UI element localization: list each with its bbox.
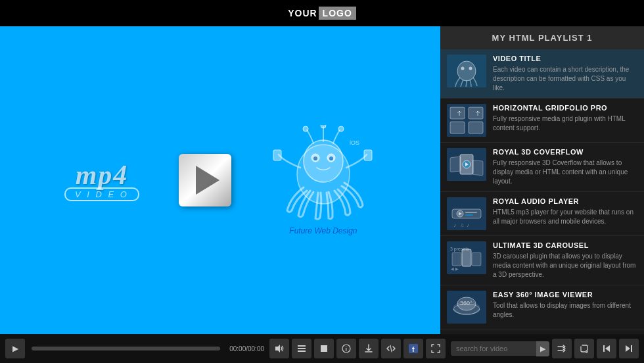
svg-text:♫: ♫ — [460, 222, 464, 228]
playlist-item-title: EASY 360° IMAGE VIEWER — [493, 291, 637, 299]
embed-icon — [386, 344, 396, 353]
playlist-icon — [297, 344, 306, 353]
svg-text:♪: ♪ — [453, 222, 456, 228]
playlist-thumbnail — [447, 55, 486, 87]
playlist-info: ULTIMATE 3D CAROUSEL3D carousel plugin t… — [493, 241, 637, 279]
svg-marker-56 — [605, 345, 610, 352]
logo-box: LOGO — [319, 7, 356, 20]
svg-point-15 — [469, 67, 472, 70]
time-display: 00:00/00:00 — [229, 345, 264, 352]
svg-rect-7 — [364, 150, 372, 160]
next-icon — [624, 344, 633, 353]
svg-rect-26 — [472, 160, 483, 175]
repeat-button[interactable] — [574, 339, 594, 358]
prev-button[interactable] — [597, 339, 616, 358]
svg-point-5 — [329, 157, 333, 160]
playlist-item-description: HTML5 mp3 player for your website that r… — [493, 208, 637, 226]
svg-text:◀ ▶: ◀ ▶ — [451, 267, 459, 271]
playlist-item[interactable]: 3 presets ◀ ▶ULTIMATE 3D CAROUSEL3D caro… — [440, 236, 644, 285]
fullscreen-icon — [431, 344, 440, 353]
playlist-item-description: Tool that allows to display images from … — [493, 301, 637, 320]
svg-rect-25 — [450, 157, 461, 172]
svg-text:i: i — [346, 346, 348, 352]
octopus-area: iOS Future Web Design — [271, 125, 376, 235]
playlist-thumbnail: 3 presets ◀ ▶ — [447, 241, 486, 274]
playlist-sidebar: MY HTML PLAYLIST 1 VIDEO TITLEEach video… — [440, 26, 644, 334]
mp4-logo: mp4 V I D E O — [64, 159, 139, 201]
video-area: mp4 V I D E O — [0, 26, 440, 334]
svg-marker-58 — [626, 345, 630, 352]
svg-text:iOS: iOS — [350, 139, 359, 146]
video-content: mp4 V I D E O — [0, 125, 440, 235]
search-input[interactable] — [451, 341, 536, 356]
svg-rect-6 — [273, 150, 281, 160]
next-button[interactable] — [619, 339, 639, 358]
playlist-item[interactable]: ♪ ♫ ♪ROYAL AUDIO PLAYERHTML5 mp3 player … — [440, 192, 644, 236]
playlist-item[interactable]: ROYAL 3D COVERFLOWFully responsive 3D Co… — [440, 143, 644, 192]
svg-text:360°: 360° — [460, 300, 472, 306]
playlist-info: VIDEO TITLEEach video can contain a shor… — [493, 55, 637, 93]
playlist-items[interactable]: VIDEO TITLEEach video can contain a shor… — [440, 49, 644, 334]
svg-rect-41 — [462, 249, 471, 266]
playlist-button[interactable] — [292, 339, 311, 358]
video-label: V I D E O — [64, 187, 139, 201]
playlist-item-title: VIDEO TITLE — [493, 55, 637, 62]
playlist-item[interactable]: HORIZONTAL GRIDFOLIO PROFully responsive… — [440, 99, 644, 143]
main-area: mp4 V I D E O — [0, 26, 644, 334]
play-button-large[interactable] — [179, 154, 231, 206]
playlist-info: ROYAL AUDIO PLAYERHTML5 mp3 player for y… — [493, 197, 637, 226]
playlist-item-description: Each video can contain a short descripti… — [493, 65, 637, 93]
svg-rect-59 — [631, 345, 632, 352]
svg-rect-52 — [321, 345, 327, 352]
play-pause-button[interactable]: ▶ — [5, 339, 25, 358]
progress-bar[interactable] — [32, 347, 220, 351]
volume-icon — [275, 344, 284, 353]
playlist-info: ROYAL 3D COVERFLOWFully responsive 3D Co… — [493, 148, 637, 186]
facebook-button[interactable] — [403, 339, 423, 358]
playlist-item[interactable]: 360°EASY 360° IMAGE VIEWERTool that allo… — [440, 285, 644, 329]
logo-your: YOUR — [288, 8, 317, 18]
playlist-info: EASY 360° IMAGE VIEWERTool that allows t… — [493, 291, 637, 320]
fullscreen-button[interactable] — [426, 339, 446, 358]
svg-rect-42 — [472, 253, 481, 266]
playlist-thumbnail — [447, 104, 486, 137]
svg-marker-48 — [275, 345, 280, 352]
playlist-header: MY HTML PLAYLIST 1 — [440, 26, 644, 49]
volume-button[interactable] — [269, 339, 289, 358]
playlist-item-title: ROYAL AUDIO PLAYER — [493, 197, 637, 205]
search-button[interactable]: ▶ — [536, 341, 549, 356]
playlist-thumbnail: ♪ ♫ ♪ — [447, 197, 486, 230]
playlist-item[interactable]: VIDEO TITLEEach video can contain a shor… — [440, 49, 644, 99]
facebook-icon — [409, 344, 418, 353]
svg-rect-51 — [298, 351, 306, 352]
svg-point-10 — [338, 126, 344, 132]
download-button[interactable] — [359, 339, 379, 358]
info-button[interactable]: i — [336, 339, 356, 358]
bottom-controls: ▶ 00:00/00:00 i — [0, 334, 644, 363]
svg-rect-40 — [452, 253, 461, 266]
svg-point-4 — [313, 157, 317, 160]
playlist-thumbnail — [447, 148, 486, 181]
svg-rect-57 — [603, 345, 605, 352]
download-icon — [364, 344, 373, 353]
playlist-item-description: Fully responsive media grid plugin with … — [493, 114, 637, 133]
search-area: ▶ — [451, 341, 549, 356]
svg-rect-34 — [465, 214, 473, 216]
playlist-item-title: ULTIMATE 3D CAROUSEL — [493, 241, 637, 249]
repeat-icon — [580, 344, 589, 353]
svg-point-14 — [461, 67, 465, 70]
svg-point-8 — [303, 126, 308, 132]
playlist-info: HORIZONTAL GRIDFOLIO PROFully responsive… — [493, 104, 637, 133]
stop-icon — [319, 344, 329, 353]
playlist-item-description: Fully responsive 3D Coverflow that allow… — [493, 158, 637, 186]
svg-rect-20 — [469, 122, 483, 133]
info-icon: i — [342, 344, 351, 353]
svg-rect-50 — [298, 348, 306, 349]
svg-point-9 — [321, 125, 326, 128]
shuffle-button[interactable] — [552, 339, 572, 358]
svg-rect-49 — [298, 345, 306, 347]
embed-button[interactable] — [381, 339, 401, 358]
octopus-illustration: iOS — [271, 125, 376, 224]
stop-button[interactable] — [314, 339, 334, 358]
playlist-thumbnail: 360° — [447, 291, 486, 324]
